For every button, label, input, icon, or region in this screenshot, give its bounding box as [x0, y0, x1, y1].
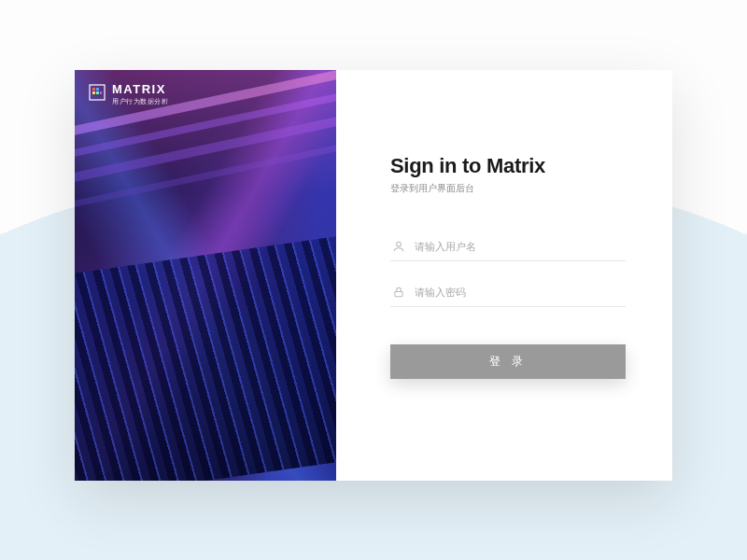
hero-image-panel: MATRIX 用户行为数据分析	[75, 70, 336, 481]
login-card: MATRIX 用户行为数据分析 Sign in to Matrix 登录到用户界…	[75, 70, 672, 481]
svg-rect-5	[100, 91, 102, 94]
brand-logo: MATRIX 用户行为数据分析	[88, 83, 168, 106]
brand-tagline: 用户行为数据分析	[112, 97, 168, 106]
login-form-panel: Sign in to Matrix 登录到用户界面后台	[336, 70, 672, 481]
lock-icon	[392, 286, 405, 299]
username-input[interactable]	[415, 241, 624, 252]
svg-rect-1	[92, 88, 95, 91]
svg-rect-7	[395, 291, 402, 296]
svg-rect-4	[96, 91, 99, 94]
brand-name: MATRIX	[112, 83, 168, 95]
password-input[interactable]	[415, 287, 624, 298]
page-subtitle: 登录到用户界面后台	[390, 182, 626, 195]
username-row	[390, 232, 626, 261]
svg-rect-3	[92, 91, 95, 94]
page-title: Sign in to Matrix	[390, 154, 626, 178]
login-form: 登 录	[390, 232, 626, 379]
svg-rect-2	[96, 88, 99, 91]
user-icon	[392, 240, 405, 253]
matrix-logo-icon	[88, 83, 106, 102]
svg-point-6	[397, 242, 402, 246]
password-row	[390, 278, 626, 307]
login-button[interactable]: 登 录	[390, 344, 626, 379]
